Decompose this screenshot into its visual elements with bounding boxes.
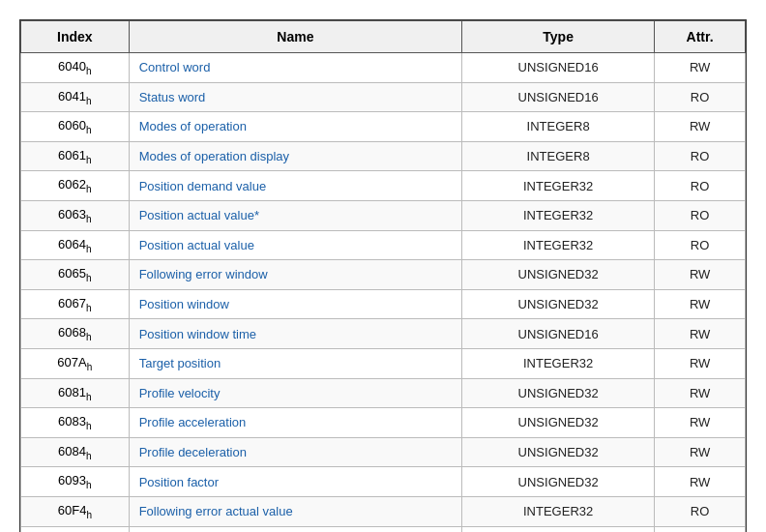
cell-attr: RW xyxy=(655,112,746,142)
table-row: 6065hFollowing error windowUNSIGNED32RW xyxy=(21,260,746,290)
cell-type: INTEGER8 xyxy=(462,141,655,171)
cell-attr: RW xyxy=(655,408,746,438)
cell-index: 6060h xyxy=(21,112,130,142)
table-row: 6081hProfile velocityUNSIGNED32RW xyxy=(21,378,746,408)
cell-name: Position actual value* xyxy=(129,200,461,230)
table-row: 6061hModes of operation displayINTEGER8R… xyxy=(21,141,746,171)
cell-index: 60FCh xyxy=(21,526,130,532)
cell-attr: RW xyxy=(655,348,746,378)
table-row: 6062hPosition demand valueINTEGER32RO xyxy=(21,171,746,201)
table-row: 6063hPosition actual value*INTEGER32RO xyxy=(21,200,746,230)
cell-type: UNSIGNED16 xyxy=(462,82,655,112)
cell-type: INTEGER32 xyxy=(462,171,655,201)
cell-type: INTEGER32 xyxy=(462,496,655,526)
cell-name: Following error window xyxy=(129,260,461,290)
cell-attr: RO xyxy=(655,496,746,526)
table-row: 6093hPosition factorUNSIGNED32RW xyxy=(21,467,746,497)
cell-index: 6084h xyxy=(21,437,130,467)
cell-type: INTEGER32 xyxy=(462,526,655,532)
cell-type: UNSIGNED32 xyxy=(462,289,655,319)
cell-attr: RW xyxy=(655,467,746,497)
cell-name: Position factor xyxy=(129,467,461,497)
cell-name: Modes of operation display xyxy=(129,141,461,171)
cell-name: Following error actual value xyxy=(129,496,461,526)
cell-type: INTEGER32 xyxy=(462,230,655,260)
cell-attr: RO xyxy=(655,141,746,171)
object-dictionary-table: Index Name Type Attr. 6040hControl wordU… xyxy=(19,19,747,532)
table-row: 6084hProfile decelerationUNSIGNED32RW xyxy=(21,437,746,467)
table-row: 6041hStatus wordUNSIGNED16RO xyxy=(21,82,746,112)
table-row: 6064hPosition actual valueINTEGER32RO xyxy=(21,230,746,260)
table-row: 6068hPosition window timeUNSIGNED16RW xyxy=(21,319,746,349)
table-row: 60FChPosition demand value*INTEGER32RO xyxy=(21,526,746,532)
cell-type: UNSIGNED16 xyxy=(462,53,655,83)
cell-name: Position window xyxy=(129,289,461,319)
cell-attr: RW xyxy=(655,378,746,408)
cell-index: 6067h xyxy=(21,289,130,319)
cell-name: Profile deceleration xyxy=(129,437,461,467)
cell-name: Target position xyxy=(129,348,461,378)
col-header-name: Name xyxy=(129,21,461,53)
cell-index: 60F4h xyxy=(21,496,130,526)
cell-attr: RO xyxy=(655,526,746,532)
cell-attr: RW xyxy=(655,319,746,349)
cell-index: 607Ah xyxy=(21,348,130,378)
cell-attr: RW xyxy=(655,260,746,290)
cell-type: INTEGER8 xyxy=(462,112,655,142)
cell-index: 6093h xyxy=(21,467,130,497)
cell-name: Position demand value* xyxy=(129,526,461,532)
table-row: 607AhTarget positionINTEGER32RW xyxy=(21,348,746,378)
cell-type: UNSIGNED32 xyxy=(462,408,655,438)
table-header-row: Index Name Type Attr. xyxy=(21,21,746,53)
cell-index: 6041h xyxy=(21,82,130,112)
cell-attr: RO xyxy=(655,82,746,112)
cell-name: Modes of operation xyxy=(129,112,461,142)
table-row: 6083hProfile accelerationUNSIGNED32RW xyxy=(21,408,746,438)
table-row: 6067hPosition windowUNSIGNED32RW xyxy=(21,289,746,319)
cell-name: Position window time xyxy=(129,319,461,349)
cell-name: Profile velocity xyxy=(129,378,461,408)
table-row: 6040hControl wordUNSIGNED16RW xyxy=(21,53,746,83)
table-row: 60F4hFollowing error actual valueINTEGER… xyxy=(21,496,746,526)
cell-name: Status word xyxy=(129,82,461,112)
cell-index: 6064h xyxy=(21,230,130,260)
cell-index: 6083h xyxy=(21,408,130,438)
cell-attr: RO xyxy=(655,200,746,230)
col-header-type: Type xyxy=(462,21,655,53)
cell-type: UNSIGNED16 xyxy=(462,319,655,349)
cell-name: Position demand value xyxy=(129,171,461,201)
cell-name: Control word xyxy=(129,53,461,83)
col-header-index: Index xyxy=(21,21,130,53)
cell-attr: RO xyxy=(655,230,746,260)
cell-type: UNSIGNED32 xyxy=(462,378,655,408)
cell-attr: RW xyxy=(655,289,746,319)
cell-index: 6062h xyxy=(21,171,130,201)
cell-index: 6040h xyxy=(21,53,130,83)
cell-index: 6081h xyxy=(21,378,130,408)
cell-type: UNSIGNED32 xyxy=(462,467,655,497)
table-row: 6060hModes of operationINTEGER8RW xyxy=(21,112,746,142)
cell-index: 6061h xyxy=(21,141,130,171)
cell-attr: RO xyxy=(655,171,746,201)
cell-type: INTEGER32 xyxy=(462,348,655,378)
cell-type: INTEGER32 xyxy=(462,200,655,230)
cell-name: Position actual value xyxy=(129,230,461,260)
cell-index: 6068h xyxy=(21,319,130,349)
cell-type: UNSIGNED32 xyxy=(462,437,655,467)
cell-type: UNSIGNED32 xyxy=(462,260,655,290)
cell-index: 6063h xyxy=(21,200,130,230)
cell-index: 6065h xyxy=(21,260,130,290)
cell-name: Profile acceleration xyxy=(129,408,461,438)
cell-attr: RW xyxy=(655,437,746,467)
cell-attr: RW xyxy=(655,53,746,83)
col-header-attr: Attr. xyxy=(655,21,746,53)
